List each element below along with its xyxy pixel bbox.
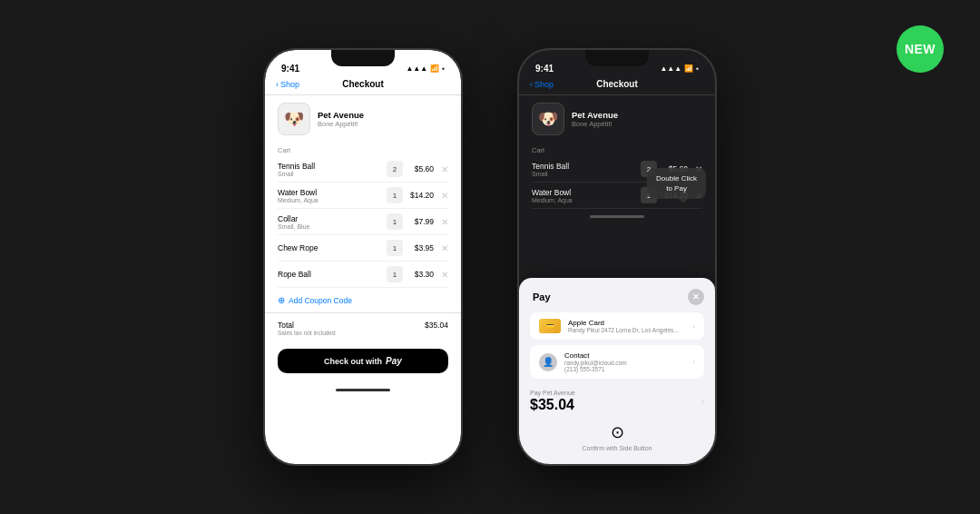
home-bar-right: [590, 215, 644, 218]
total-label-left: Total: [278, 321, 336, 330]
applepay-close-button[interactable]: ✕: [688, 289, 704, 305]
dark-item-name-0: Tennis Ball: [532, 162, 635, 171]
wifi-icon-left: 📶: [430, 64, 439, 73]
home-indicator-right: [519, 209, 715, 223]
store-logo-left: 🐶: [278, 103, 310, 135]
item-qty-2: 1: [387, 213, 403, 230]
applepay-contact-email: randy.pikul@icloud.com: [564, 360, 685, 366]
store-tagline-left: Bone Appétit!: [318, 120, 364, 128]
new-badge: NEW: [897, 25, 944, 73]
chevron-left-icon-right: ‹: [530, 80, 533, 89]
dark-item-name-1: Water Bowl: [532, 188, 635, 197]
back-button-right[interactable]: ‹ Shop: [530, 80, 554, 89]
store-name-right: Pet Avenue: [572, 110, 618, 120]
checkout-text: Check out with: [324, 357, 382, 366]
item-remove-0[interactable]: ✕: [441, 164, 448, 174]
item-qty-1: 1: [387, 187, 403, 203]
applepay-contact-info: Contact randy.pikul@icloud.com (213) 555…: [564, 351, 685, 372]
add-coupon-button[interactable]: ⊕ Add Coupon Code: [265, 288, 461, 312]
item-variant-0: Small: [278, 171, 381, 177]
nav-title-right: Checkout: [596, 79, 638, 89]
cart-label-left: Cart: [265, 143, 461, 156]
apple-pay-logo: Pay: [386, 356, 402, 366]
cart-item-4: Rope Ball 1 $3.30 ✕: [278, 262, 448, 288]
cart-label-right: Cart: [519, 143, 715, 156]
cart-item-1: Water Bowl Medium, Aqua 1 $14.20 ✕: [278, 183, 448, 209]
battery-icon-left: ▪: [442, 64, 445, 73]
item-name-1: Water Bowl: [278, 188, 381, 197]
confirm-text: Confirm with Side Button: [582, 445, 652, 451]
applepay-card-row[interactable]: 💳 Apple Card Randy Pikul 2472 Loma Dr, L…: [530, 312, 704, 340]
checkout-button[interactable]: Check out with Pay: [278, 349, 448, 373]
wifi-icon-right: 📶: [684, 64, 693, 73]
item-name-2: Collar: [278, 214, 381, 223]
applepay-card-detail: Randy Pikul 2472 Loma Dr, Los Angeles...: [568, 327, 685, 333]
cart-item-3: Chew Rope 1 $3.95 ✕: [278, 235, 448, 262]
notch-right: [585, 50, 649, 66]
plus-circle-icon: ⊕: [278, 295, 285, 305]
status-icons-left: ▲▲▲ 📶 ▪: [406, 64, 445, 73]
total-amount-left: $35.04: [425, 321, 448, 330]
applepay-card-name: Apple Card: [568, 319, 685, 327]
item-price-4: $3.30: [408, 270, 434, 279]
applepay-total-section: Pay Pet Avenue $35.04 ›: [530, 384, 704, 417]
phone-right: 9:41 ▲▲▲ 📶 ▪ ‹ Shop Checkout 🐶 Pe: [517, 48, 717, 466]
dark-item-variant-0: Small: [532, 171, 635, 177]
contact-icon: 👤: [539, 353, 557, 371]
home-indicator-left: [265, 382, 461, 397]
signal-icon-left: ▲▲▲: [406, 64, 427, 73]
item-remove-1[interactable]: ✕: [441, 191, 448, 201]
store-logo-right: 🐶: [532, 103, 564, 135]
item-qty-0: 2: [387, 161, 403, 177]
chevron-left-icon: ‹: [276, 80, 279, 89]
item-price-1: $14.20: [408, 191, 434, 200]
total-row-left: Total Sales tax not included $35.04: [265, 312, 461, 343]
total-chevron-icon: ›: [701, 397, 704, 406]
phone-left: 9:41 ▲▲▲ 📶 ▪ ‹ Shop Checkout 🐶 Pe: [263, 48, 463, 466]
home-bar-left: [336, 389, 390, 391]
item-price-3: $3.95: [408, 243, 434, 252]
item-price-0: $5.60: [408, 164, 434, 173]
store-info-left: Pet Avenue Bone Appétit!: [318, 110, 364, 128]
dark-item-variant-1: Medium, Aqua: [532, 197, 635, 203]
applepay-card-info: Apple Card Randy Pikul 2472 Loma Dr, Los…: [568, 319, 685, 333]
status-time-left: 9:41: [281, 64, 299, 74]
item-price-2: $7.99: [408, 217, 434, 226]
cart-item-2: Collar Small, Blue 1 $7.99 ✕: [278, 209, 448, 235]
battery-icon-right: ▪: [696, 64, 699, 73]
item-qty-3: 1: [387, 240, 403, 256]
nav-bar-left: ‹ Shop Checkout: [265, 77, 461, 95]
scene: 9:41 ▲▲▲ 📶 ▪ ‹ Shop Checkout 🐶 Pe: [0, 0, 980, 514]
item-name-4: Rope Ball: [278, 270, 381, 279]
applepay-amount: $35.04: [530, 397, 575, 413]
total-sublabel-left: Sales tax not included: [278, 330, 336, 336]
store-info-right: Pet Avenue Bone Appétit!: [572, 110, 618, 128]
item-variant-1: Medium, Aqua: [278, 197, 381, 203]
applepay-merchant-label: Pay Pet Avenue: [530, 390, 575, 396]
item-remove-3[interactable]: ✕: [441, 243, 448, 253]
item-qty-4: 1: [387, 266, 403, 282]
back-button-left[interactable]: ‹ Shop: [276, 80, 299, 89]
applepay-total-row: Pay Pet Avenue $35.04 ›: [530, 390, 704, 413]
notch-left: [331, 50, 395, 66]
side-button-icon: ⊙: [611, 422, 624, 442]
store-header-left: 🐶 Pet Avenue Bone Appétit!: [265, 95, 461, 143]
item-remove-2[interactable]: ✕: [441, 217, 448, 227]
card-chevron-icon: ›: [692, 322, 695, 331]
store-name-left: Pet Avenue: [318, 110, 364, 120]
nav-title-left: Checkout: [342, 79, 384, 89]
item-name-3: Chew Rope: [278, 243, 381, 252]
applepay-sheet: Pay ✕ 💳 Apple Card Randy Pikul 2472 Loma…: [519, 278, 715, 464]
person-icon: 👤: [543, 357, 554, 367]
status-time-right: 9:41: [535, 64, 554, 74]
item-remove-4[interactable]: ✕: [441, 270, 448, 280]
applepay-confirm-section: ⊙ Confirm with Side Button: [530, 417, 704, 453]
applepay-contact-phone: (213) 555-3571: [564, 366, 685, 372]
applepay-contact-row[interactable]: 👤 Contact randy.pikul@icloud.com (213) 5…: [530, 345, 704, 379]
applepay-title: Pay: [530, 292, 551, 302]
item-variant-2: Small, Blue: [278, 223, 381, 230]
store-tagline-right: Bone Appétit!: [572, 120, 618, 128]
store-header-right: 🐶 Pet Avenue Bone Appétit!: [519, 95, 715, 143]
status-icons-right: ▲▲▲ 📶 ▪: [660, 64, 699, 73]
apple-card-icon: 💳: [539, 319, 561, 333]
